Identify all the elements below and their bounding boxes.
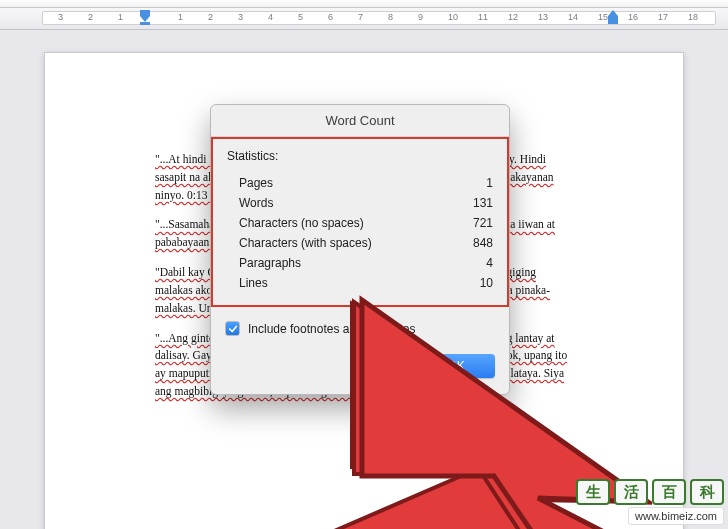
stat-row-pages: Pages 1 xyxy=(227,173,493,193)
ruler-tick: 7 xyxy=(358,12,363,22)
svg-marker-2 xyxy=(608,10,618,24)
watermark-char: 生 xyxy=(576,479,610,505)
check-icon xyxy=(228,324,238,334)
ruler-tick: 6 xyxy=(328,12,333,22)
stat-value: 4 xyxy=(486,256,493,270)
indent-marker-right[interactable] xyxy=(608,10,618,26)
ok-button[interactable]: OK xyxy=(417,354,495,378)
include-footnotes-checkbox[interactable] xyxy=(225,321,240,336)
ruler-tick: 9 xyxy=(418,12,423,22)
stat-value: 721 xyxy=(473,216,493,230)
ruler-tick: 11 xyxy=(478,12,488,22)
watermark-url: www.bimeiz.com xyxy=(628,507,724,525)
stat-label: Paragraphs xyxy=(239,256,301,270)
ruler-tick: 3 xyxy=(238,12,243,22)
ruler-tick: 15 xyxy=(598,12,608,22)
ruler-tick: 3 xyxy=(58,12,63,22)
indent-marker-left[interactable] xyxy=(140,10,150,26)
watermark: 生 活 百 科 www.bimeiz.com xyxy=(576,479,724,525)
ruler-tick: 1 xyxy=(178,12,183,22)
include-footnotes-label: Include footnotes and endnotes xyxy=(248,322,415,336)
ruler-tick: 2 xyxy=(88,12,93,22)
statistics-table: Pages 1 Words 131 Characters (no spaces)… xyxy=(227,173,493,293)
ruler-tick: 8 xyxy=(388,12,393,22)
stat-label: Characters (no spaces) xyxy=(239,216,364,230)
stat-value: 131 xyxy=(473,196,493,210)
stat-row-lines: Lines 10 xyxy=(227,273,493,293)
statistics-box: Statistics: Pages 1 Words 131 Characters… xyxy=(211,137,509,307)
svg-rect-1 xyxy=(140,22,150,25)
stat-label: Words xyxy=(239,196,273,210)
ruler-tick: 12 xyxy=(508,12,518,22)
stat-value: 10 xyxy=(480,276,493,290)
stat-value: 1 xyxy=(486,176,493,190)
dialog-title: Word Count xyxy=(211,105,509,137)
ruler-tick: 10 xyxy=(448,12,458,22)
watermark-badges: 生 活 百 科 xyxy=(576,479,724,505)
formatting-toolbar: Normal No Spacing Heading 1 Heading 2 xyxy=(0,0,728,8)
svg-marker-0 xyxy=(140,10,150,22)
ruler-tick: 1 xyxy=(118,12,123,22)
stat-row-chars-nospaces: Characters (no spaces) 721 xyxy=(227,213,493,233)
ruler-tick: 17 xyxy=(658,12,668,22)
statistics-heading: Statistics: xyxy=(227,149,493,163)
stat-row-chars-spaces: Characters (with spaces) 848 xyxy=(227,233,493,253)
watermark-char: 百 xyxy=(652,479,686,505)
ruler-tick: 13 xyxy=(538,12,548,22)
watermark-char: 活 xyxy=(614,479,648,505)
ruler-tick: 5 xyxy=(298,12,303,22)
stat-label: Characters (with spaces) xyxy=(239,236,372,250)
ruler-tick: 18 xyxy=(688,12,698,22)
include-footnotes-row[interactable]: Include footnotes and endnotes xyxy=(211,307,509,340)
ruler-tick: 16 xyxy=(628,12,638,22)
stat-value: 848 xyxy=(473,236,493,250)
ruler-tick: 2 xyxy=(208,12,213,22)
ruler-tick: 14 xyxy=(568,12,578,22)
ruler-tick: 4 xyxy=(268,12,273,22)
watermark-char: 科 xyxy=(690,479,724,505)
stat-label: Lines xyxy=(239,276,268,290)
stat-row-paragraphs: Paragraphs 4 xyxy=(227,253,493,273)
stat-row-words: Words 131 xyxy=(227,193,493,213)
stat-label: Pages xyxy=(239,176,273,190)
horizontal-ruler[interactable]: 3 2 1 1 2 3 4 5 6 7 8 9 10 11 12 13 14 1… xyxy=(0,8,728,30)
word-count-dialog: Word Count Statistics: Pages 1 Words 131… xyxy=(210,104,510,395)
